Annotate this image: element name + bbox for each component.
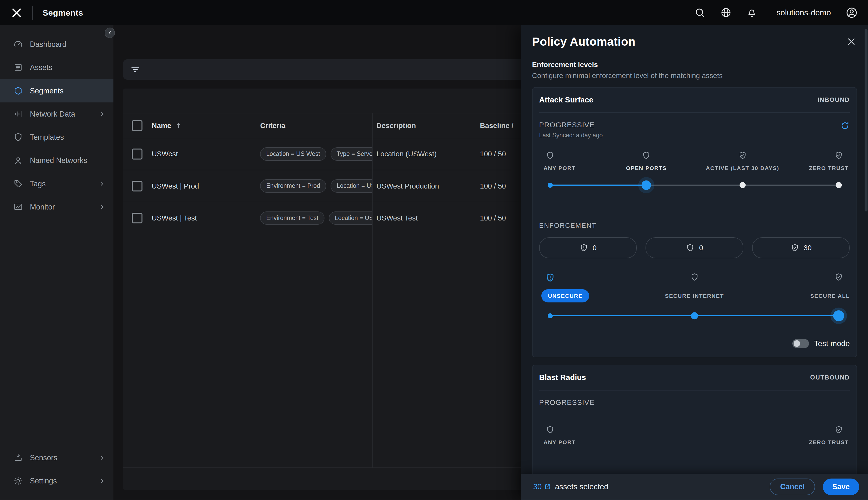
shield-check-icon — [834, 273, 843, 282]
named-networks-person-icon — [13, 156, 23, 166]
enforcement-slider[interactable] — [550, 310, 839, 321]
sidebar-item-named-networks[interactable]: Named Networks — [0, 149, 113, 172]
blast-radius-stop-icons — [550, 425, 839, 435]
outbound-badge: OUTBOUND — [810, 374, 850, 381]
cancel-button[interactable]: Cancel — [770, 478, 815, 495]
topbar: Segments solutions-demo — [0, 0, 868, 25]
attack-surface-slider[interactable] — [550, 180, 839, 191]
attack-surface-stop-labels: ANY PORT OPEN PORTS ACTIVE (LAST 30 DAYS… — [550, 165, 839, 172]
save-button[interactable]: Save — [823, 478, 859, 495]
selected-assets-link[interactable]: 30 — [533, 482, 551, 491]
notifications-bell-icon[interactable] — [746, 7, 758, 19]
close-icon[interactable] — [846, 36, 857, 47]
slider-stop-dot[interactable] — [836, 182, 842, 188]
toggle-knob — [793, 340, 800, 347]
attack-surface-title: Attack Surface — [539, 95, 593, 104]
segment-name: USWest | Test — [152, 214, 197, 222]
criteria-chip: Type = Server — [330, 147, 372, 160]
blast-radius-card: Blast Radius OUTBOUND PROGRESSIVE ANY PO… — [532, 365, 857, 474]
stop-label-zero-trust: ZERO TRUST — [809, 439, 849, 446]
row-checkbox[interactable] — [132, 213, 143, 224]
drawer-title: Policy Automation — [532, 35, 635, 48]
test-mode-toggle[interactable] — [792, 339, 809, 348]
app-logo-icon — [10, 6, 23, 19]
blast-radius-stop-labels: ANY PORT ZERO TRUST — [550, 439, 839, 446]
enforcement-counters: 0 0 30 — [539, 237, 850, 258]
slider-stop-dot[interactable] — [691, 312, 698, 319]
segment-description: USWest Test — [376, 214, 418, 222]
selected-assets-text: assets selected — [555, 482, 608, 491]
account-avatar-icon[interactable] — [845, 6, 858, 19]
enforcement-count: 0 — [593, 244, 597, 252]
sidebar-item-label: Assets — [30, 63, 53, 72]
column-header-description: Description — [372, 122, 480, 130]
slider-stop-dot[interactable] — [548, 183, 553, 188]
sidebar-item-sensors[interactable]: Sensors — [0, 446, 113, 469]
globe-icon[interactable] — [720, 7, 732, 19]
segment-name: USWest — [152, 150, 178, 158]
column-header-name[interactable]: Name — [152, 122, 260, 130]
network-data-activity-icon — [13, 109, 23, 119]
enforcement-counter-secure-internet[interactable]: 0 — [645, 237, 743, 258]
enforcement-levels-heading: Enforcement levels — [532, 60, 857, 69]
page-title: Segments — [43, 8, 83, 18]
level-label-secure-internet: SECURE INTERNET — [665, 293, 724, 299]
slider-stop-dot[interactable] — [740, 182, 745, 188]
sidebar-item-segments[interactable]: Segments — [0, 79, 113, 102]
stop-label-active: ACTIVE (LAST 30 DAYS) — [706, 165, 779, 171]
shield-check-icon — [834, 425, 843, 434]
enforcement-heading: ENFORCEMENT — [539, 222, 850, 229]
sidebar-item-dashboard[interactable]: Dashboard — [0, 33, 113, 56]
enforcement-count: 30 — [803, 244, 812, 252]
row-checkbox[interactable] — [132, 149, 143, 159]
test-mode-row: Test mode — [539, 339, 850, 348]
refresh-icon[interactable] — [840, 121, 850, 131]
enforcement-counter-secure-all[interactable]: 30 — [752, 237, 850, 258]
sidebar-item-network-data[interactable]: Network Data — [0, 102, 113, 126]
sidebar-collapse-button[interactable] — [105, 27, 115, 38]
row-checkbox[interactable] — [132, 181, 143, 192]
column-header-criteria: Criteria — [260, 122, 372, 130]
templates-shield-icon — [13, 132, 23, 142]
chevron-right-icon — [98, 477, 106, 485]
sidebar-item-label: Segments — [30, 87, 64, 95]
assets-list-icon — [13, 62, 23, 72]
sidebar-item-templates[interactable]: Templates — [0, 126, 113, 149]
app-window: Segments solutions-demo Dashboard Assets — [0, 0, 868, 500]
segment-name: USWest | Prod — [152, 182, 199, 190]
drawer-scrollbar[interactable] — [865, 29, 867, 212]
filter-icon[interactable] — [130, 64, 140, 75]
attack-surface-stop-icons — [550, 151, 839, 161]
last-synced-text: Last Synced: a day ago — [539, 132, 603, 139]
criteria-chip: Environment = Prod — [260, 179, 326, 192]
account-name[interactable]: solutions-demo — [777, 8, 831, 17]
select-all-checkbox[interactable] — [132, 120, 143, 131]
sidebar-item-label: Sensors — [30, 453, 57, 462]
criteria-chip: Location = US West — [260, 147, 326, 160]
sidebar-item-assets[interactable]: Assets — [0, 56, 113, 79]
sidebar-item-label: Templates — [30, 133, 64, 141]
criteria-chip: Location = US — [329, 212, 372, 225]
sidebar-item-label: Tags — [30, 180, 46, 188]
search-icon[interactable] — [694, 7, 706, 19]
sidebar-item-settings[interactable]: Settings — [0, 469, 113, 492]
drawer-footer: 30 assets selected Cancel Save — [521, 474, 868, 500]
slider-handle[interactable] — [642, 181, 651, 190]
level-label-secure-all: SECURE ALL — [810, 293, 850, 299]
sidebar-item-label: Settings — [30, 477, 57, 485]
column-resize-divider[interactable] — [372, 113, 373, 468]
slider-track-fill — [550, 185, 646, 186]
slider-handle[interactable] — [833, 310, 844, 321]
blast-radius-title: Blast Radius — [539, 373, 586, 382]
sidebar-item-monitor[interactable]: Monitor — [0, 195, 113, 218]
enforcement-levels-subheading: Configure minimal enforcement level of t… — [532, 71, 857, 80]
enforcement-counter-unsecure[interactable]: 0 — [539, 237, 637, 258]
segment-baseline: 100 / 50 — [480, 214, 506, 222]
shield-icon — [686, 243, 695, 252]
slider-stop-dot[interactable] — [548, 313, 553, 318]
shield-check-icon — [738, 151, 747, 160]
drawer-body: Policy Automation Enforcement levels Con… — [521, 25, 868, 474]
sidebar-item-tags[interactable]: Tags — [0, 172, 113, 195]
level-label-unsecure[interactable]: UNSECURE — [541, 289, 589, 303]
chevron-right-icon — [98, 180, 106, 188]
